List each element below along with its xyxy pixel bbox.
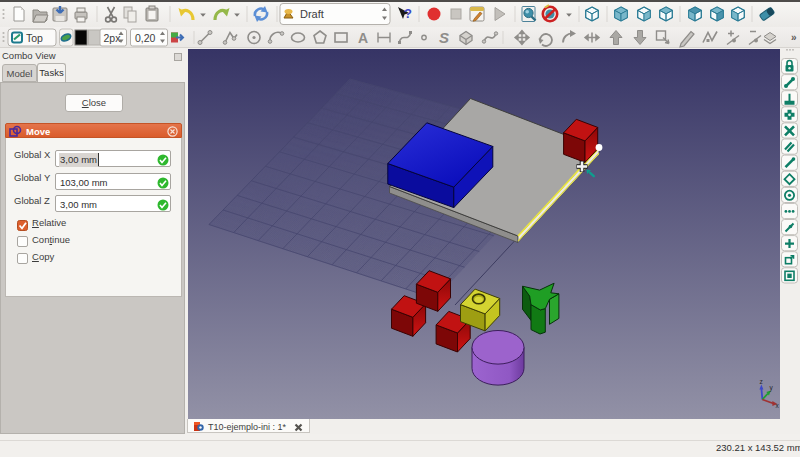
svg-text:Top: Top xyxy=(26,32,43,44)
svg-text:S: S xyxy=(439,29,449,46)
svg-text:A: A xyxy=(358,30,368,46)
svg-text:?: ? xyxy=(404,6,412,21)
svg-text:Draft: Draft xyxy=(300,8,324,20)
svg-text:2px: 2px xyxy=(104,32,122,44)
svg-text:z: z xyxy=(759,378,762,385)
svg-text:»: » xyxy=(791,32,797,43)
svg-text:0,20: 0,20 xyxy=(135,32,156,44)
